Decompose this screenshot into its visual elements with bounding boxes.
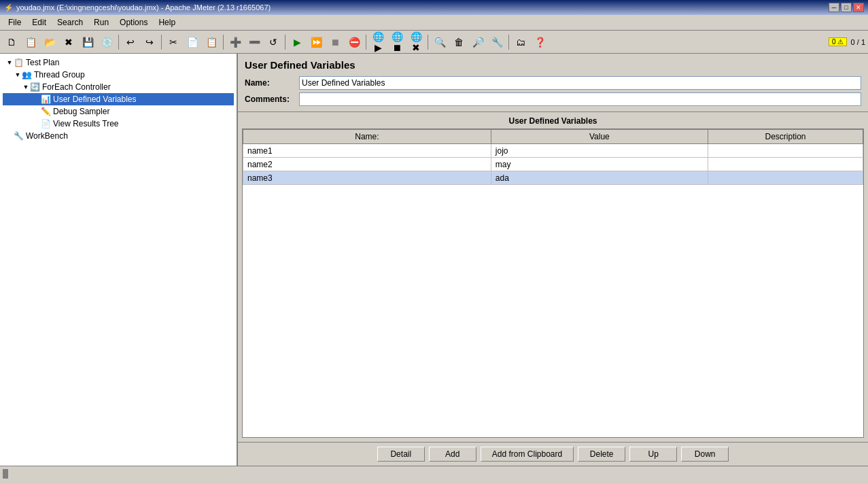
app-icon: ⚡ <box>4 3 14 12</box>
tree-label-debug: Debug Sampler <box>53 107 109 116</box>
sep5 <box>366 35 366 50</box>
test-plan-icon: 📋 <box>14 58 24 67</box>
clear-all-button[interactable]: 🗑 <box>450 33 468 51</box>
table-row[interactable]: name3ada <box>243 171 863 185</box>
tree-item-thread-group[interactable]: ▼ 👥 Thread Group <box>3 69 234 81</box>
vrt-icon: 📄 <box>41 119 51 128</box>
col-desc-header: Description <box>708 130 863 144</box>
sep1 <box>118 35 119 50</box>
warning-count: 0 <box>832 38 836 46</box>
table-row[interactable]: name1jojo <box>243 144 863 158</box>
workbench-icon: 🔧 <box>14 131 24 141</box>
title-bar: ⚡ youdao.jmx (E:\xingnengceshi\youdao.jm… <box>0 0 868 15</box>
table-area: User Defined Variables Name: Value Descr… <box>238 112 868 442</box>
cell-value-1: may <box>491 158 708 171</box>
cell-description-2 <box>708 171 863 185</box>
foreach-icon: 🔄 <box>30 82 40 92</box>
search-btn[interactable]: 🔍 <box>431 33 449 51</box>
menu-file[interactable]: File <box>3 16 27 29</box>
sep6 <box>428 35 428 50</box>
status-bar <box>0 466 868 481</box>
toolbar-right: 0 ⚠ 0 / 1 <box>829 37 865 46</box>
menu-edit[interactable]: Edit <box>27 16 52 29</box>
up-button[interactable]: Up <box>629 447 677 462</box>
cell-description-1 <box>708 158 863 171</box>
maximize-button[interactable]: □ <box>841 3 852 12</box>
tree-item-debug-sampler[interactable]: ✏️ Debug Sampler <box>3 105 234 118</box>
add-button[interactable]: Add <box>429 447 476 462</box>
function-helper-button[interactable]: 🔧 <box>488 33 506 51</box>
cell-name-2: name3 <box>243 171 491 185</box>
tree-item-foreach-controller[interactable]: ▼ 🔄 ForEach Controller <box>3 81 234 93</box>
add-clipboard-button[interactable]: Add from Clipboard <box>481 447 574 462</box>
cell-value-2: ada <box>491 171 708 185</box>
delete-button[interactable]: Delete <box>578 447 625 462</box>
redo-button[interactable]: ↪ <box>141 33 158 51</box>
undo-button[interactable]: ↩ <box>122 33 139 51</box>
browse-button[interactable]: 🔎 <box>469 33 487 51</box>
tree-label-workbench: WorkBench <box>26 131 68 141</box>
table-row[interactable]: name2may <box>243 158 863 171</box>
comments-label: Comments: <box>245 94 299 104</box>
remote-start-button[interactable]: 🌐▶ <box>369 33 387 51</box>
bottom-bar: Detail Add Add from Clipboard Delete Up … <box>238 442 868 466</box>
table-container: Name: Value Description name1jojoname2ma… <box>242 128 864 438</box>
remote-stop-button[interactable]: 🌐⏹ <box>388 33 406 51</box>
cell-description-0 <box>708 144 863 158</box>
expand-foreach: ▼ <box>22 84 30 90</box>
open-button[interactable]: 📂 <box>41 33 58 51</box>
toolbar: 🗋 📋 📂 ✖ 💾 💿 ↩ ↪ ✂ 📄 📋 ➕ ➖ ↺ ▶ ⏩ ⏹ ⛔ 🌐▶ 🌐… <box>0 31 868 54</box>
add-element-button[interactable]: ➕ <box>226 33 244 51</box>
refresh-button[interactable]: ↺ <box>264 33 282 51</box>
sep4 <box>285 35 285 50</box>
content-panel: User Defined Variables Name: Comments: U… <box>238 54 868 466</box>
cell-name-1: name2 <box>243 158 491 171</box>
menu-run[interactable]: Run <box>88 16 114 29</box>
tree-item-user-defined-variables[interactable]: 📊 User Defined Variables <box>3 93 234 105</box>
detail-button[interactable]: Detail <box>377 447 425 462</box>
expand-thread-group: ▼ <box>14 71 22 78</box>
name-input[interactable] <box>299 76 861 90</box>
comments-row: Comments: <box>245 92 861 106</box>
new-button[interactable]: 🗋 <box>3 33 20 51</box>
menu-search[interactable]: Search <box>52 16 88 29</box>
variables-table: Name: Value Description name1jojoname2ma… <box>243 129 863 185</box>
tree-item-workbench[interactable]: 🔧 WorkBench <box>3 130 234 142</box>
menu-bar: File Edit Search Run Options Help <box>0 15 868 31</box>
shutdown-button[interactable]: ⛔ <box>345 33 363 51</box>
comments-input[interactable] <box>299 92 861 106</box>
warning-badge: 0 ⚠ <box>829 37 847 46</box>
remove-button[interactable]: ➖ <box>245 33 263 51</box>
copy-button[interactable]: 📄 <box>184 33 201 51</box>
title-bar-text: youdao.jmx (E:\xingnengceshi\youdao.jmx)… <box>16 3 271 12</box>
paste-button[interactable]: 📋 <box>203 33 220 51</box>
minimize-button[interactable]: ─ <box>829 3 839 12</box>
help-button[interactable]: ❓ <box>531 33 549 51</box>
expand-test-plan: ▼ <box>5 59 14 66</box>
save-as-button[interactable]: 💿 <box>98 33 116 51</box>
tree-item-view-results-tree[interactable]: 📄 View Results Tree <box>3 118 234 130</box>
status-indicator <box>3 469 8 479</box>
name-row: Name: <box>245 76 861 90</box>
templates-button[interactable]: 📋 <box>22 33 39 51</box>
menu-options[interactable]: Options <box>114 16 153 29</box>
cell-value-0: jojo <box>491 144 708 158</box>
cut-button[interactable]: ✂ <box>164 33 182 51</box>
close-button[interactable]: ✕ <box>853 3 864 12</box>
close-test-button[interactable]: ✖ <box>60 33 77 51</box>
start-no-pause-button[interactable]: ⏩ <box>307 33 325 51</box>
start-button[interactable]: ▶ <box>288 33 306 51</box>
udv-icon: 📊 <box>41 94 51 104</box>
collapse-all-button[interactable]: 🗂 <box>512 33 530 51</box>
down-button[interactable]: Down <box>681 447 729 462</box>
sep3 <box>223 35 224 50</box>
sep7 <box>508 35 509 50</box>
stop-button[interactable]: ⏹ <box>326 33 344 51</box>
cell-name-0: name1 <box>243 144 491 158</box>
table-title: User Defined Variables <box>242 116 864 126</box>
save-button[interactable]: 💾 <box>79 33 97 51</box>
remote-exit-button[interactable]: 🌐✖ <box>407 33 425 51</box>
tree-label-test-plan: Test Plan <box>26 58 59 67</box>
menu-help[interactable]: Help <box>153 16 181 29</box>
tree-item-test-plan[interactable]: ▼ 📋 Test Plan <box>3 56 234 69</box>
